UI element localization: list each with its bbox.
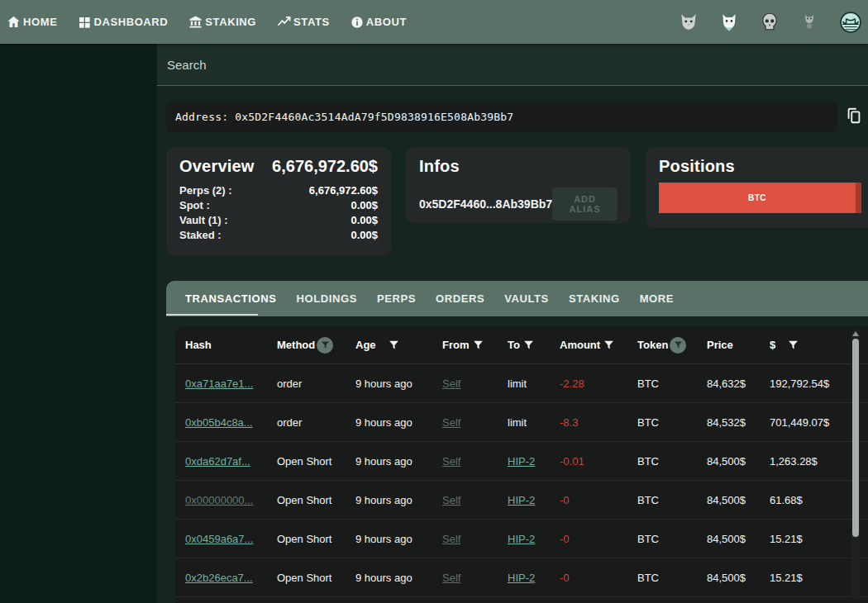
from-link[interactable]: Self [442, 572, 460, 584]
hash-link[interactable]: 0xda62d7af... [185, 455, 250, 468]
hash-link[interactable]: 0x00000000... [185, 494, 253, 506]
from-link[interactable]: Self [442, 416, 460, 429]
nav-item-about[interactable]: ABOUT [351, 16, 407, 29]
address-display: Address: 0x5D2F4460Ac3514AdA79f5D9838916… [166, 102, 837, 132]
table-scrollbar [851, 330, 860, 601]
dashboard-icon [78, 16, 91, 29]
nav-item-staking[interactable]: STAKING [188, 15, 256, 29]
usd-filter-icon[interactable] [788, 339, 799, 350]
table-row: 0xa71aa7e1... order 9 hours ago Self lim… [175, 364, 868, 403]
search-bar [157, 44, 868, 86]
table-row: 0xda62d7af... Open Short 9 hours ago Sel… [175, 442, 868, 481]
infos-address-short: 0x5D2F4460...8Ab39Bb7 [419, 197, 552, 211]
nav-menu: HOME DASHBOARD STAKING STATS ABOUT [7, 15, 407, 29]
overview-row-perps: Perps (2) : 6,676,972.60$ [179, 183, 378, 198]
nav-item-stats[interactable]: STATS [277, 15, 330, 29]
search-input[interactable] [157, 44, 868, 85]
overview-row-vault: Vault (1) : 0.00$ [179, 213, 378, 228]
overview-card: Overview 6,676,972.60$ Perps (2) : 6,676… [166, 147, 391, 255]
tab-more[interactable]: MORE [640, 292, 674, 305]
tab-transactions[interactable]: TRANSACTIONS [185, 292, 276, 305]
scroll-up-icon[interactable] [852, 331, 859, 336]
to-link[interactable]: HIP-2 [508, 455, 535, 468]
position-bar-btc[interactable]: BTC [659, 183, 861, 213]
nav-item-home[interactable]: HOME [7, 15, 57, 29]
col-usd: $ [770, 339, 775, 351]
tab-vaults[interactable]: VAULTS [504, 292, 549, 305]
table-header: Hash Method Age From To Amount Token Pri… [175, 326, 868, 364]
nav-item-label: HOME [23, 16, 57, 28]
summary-cards: Overview 6,676,972.60$ Perps (2) : 6,676… [166, 147, 868, 255]
top-nav: HOME DASHBOARD STAKING STATS ABOUT [0, 0, 868, 44]
from-filter-icon[interactable] [473, 339, 484, 350]
nav-item-dashboard[interactable]: DASHBOARD [78, 16, 168, 29]
from-link[interactable]: Self [442, 377, 460, 390]
overview-row-spot: Spot : 0.00$ [179, 198, 378, 213]
nav-item-label: ABOUT [366, 16, 407, 28]
table-row: 0x00000000... Open Short 9 hours ago Sel… [175, 481, 868, 520]
main-content: Address: 0x5D2F4460Ac3514AdA79f5D9838916… [157, 44, 868, 603]
to-link[interactable]: HIP-2 [508, 533, 535, 545]
address-text: Address: 0x5D2F4460Ac3514AdA79f5D9838916… [175, 111, 513, 123]
home-icon [7, 15, 21, 29]
hash-link[interactable]: 0xb05b4c8a... [185, 416, 253, 429]
table-row: 0x0459a6a7... Open Short 9 hours ago Sel… [175, 520, 868, 558]
hash-link[interactable]: 0xa71aa7e1... [185, 377, 253, 390]
infos-title: Infos [419, 157, 618, 176]
cat-icon[interactable] [718, 12, 740, 33]
trend-icon [277, 15, 291, 29]
col-price: Price [707, 339, 733, 351]
address-row: Address: 0x5D2F4460Ac3514AdA79f5D9838916… [166, 102, 865, 132]
table-row: 0x2b26eca7... Open Short 9 hours ago Sel… [175, 558, 868, 597]
wolf-icon[interactable] [678, 12, 699, 33]
from-link[interactable]: Self [442, 494, 460, 506]
infos-card: Infos 0x5D2F4460...8Ab39Bb7 ADD ALIAS [406, 147, 631, 223]
tab-perps[interactable]: PERPS [377, 292, 416, 305]
to-filter-icon[interactable] [523, 339, 534, 350]
nav-item-label: DASHBOARD [93, 16, 168, 28]
positions-card: Positions BTC [646, 147, 868, 228]
info-icon [351, 16, 364, 29]
transactions-table: Hash Method Age From To Amount Token Pri… [175, 326, 868, 603]
tab-holdings[interactable]: HOLDINGS [296, 292, 356, 305]
kitten-icon[interactable] [799, 12, 821, 33]
col-to: To [508, 339, 520, 351]
from-link[interactable]: Self [442, 533, 460, 545]
bridge-logo-icon[interactable] [840, 12, 861, 33]
add-alias-button[interactable]: ADD ALIAS [552, 188, 618, 221]
age-filter-icon[interactable] [389, 339, 399, 350]
overview-total: 6,676,972.60$ [272, 157, 378, 176]
skull-icon[interactable] [759, 12, 780, 33]
hash-link[interactable]: 0x0459a6a7... [185, 533, 253, 545]
positions-title: Positions [659, 157, 868, 176]
col-hash: Hash [185, 339, 212, 351]
nav-item-label: STATS [293, 16, 330, 28]
table-row: 0xb05b4c8a... order 9 hours ago Self lim… [175, 403, 868, 442]
to-link[interactable]: HIP-2 [508, 494, 535, 506]
to-link[interactable]: HIP-2 [508, 572, 535, 584]
nav-item-label: STAKING [205, 16, 256, 28]
tab-staking[interactable]: STAKING [569, 292, 620, 305]
hash-link[interactable]: 0x2b26eca7... [185, 572, 253, 584]
token-filter-icon[interactable] [670, 337, 686, 354]
copy-address-button[interactable] [843, 107, 865, 128]
nav-pets [678, 12, 863, 33]
col-from: From [442, 339, 470, 351]
copy-icon [845, 107, 863, 127]
from-link[interactable]: Self [442, 455, 460, 468]
tab-bar: TRANSACTIONS HOLDINGS PERPS ORDERS VAULT… [166, 281, 868, 316]
method-filter-icon[interactable] [317, 337, 333, 354]
scrollbar-thumb[interactable] [852, 339, 859, 537]
active-tab-indicator [166, 314, 258, 316]
position-bar-label: BTC [748, 193, 766, 202]
col-token: Token [637, 339, 668, 351]
overview-row-staked: Staked : 0.00$ [179, 228, 378, 243]
tab-orders[interactable]: ORDERS [436, 292, 484, 305]
col-age: Age [355, 339, 376, 351]
overview-title: Overview [179, 157, 255, 176]
amount-filter-icon[interactable] [603, 339, 614, 350]
col-amount: Amount [560, 339, 600, 351]
col-method: Method [277, 339, 315, 351]
bank-icon [188, 15, 203, 29]
